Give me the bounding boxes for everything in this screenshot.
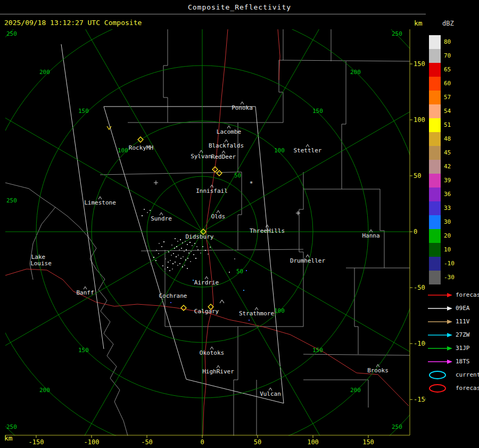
- range-label: 100: [118, 147, 128, 154]
- colorbar-swatch: [429, 271, 441, 284]
- echo-pixel: [210, 247, 211, 248]
- echo-pixel: [178, 255, 179, 256]
- storm-ellipse-icon: [427, 371, 453, 379]
- colorbar-label: 45: [444, 149, 451, 156]
- echo-pixel: [197, 249, 199, 250]
- legend-item: forecast: [426, 383, 479, 395]
- bottom-axis-tick-label: 100: [307, 438, 319, 446]
- track-arrow-icon: [427, 331, 453, 339]
- range-label: 200: [350, 69, 361, 76]
- colorbar-label: -10: [444, 260, 455, 267]
- legend-item: 18TS: [426, 356, 479, 368]
- echo-pixel: [180, 239, 181, 240]
- city-label: Airdrie: [194, 279, 219, 286]
- echo-pixel: [189, 242, 191, 243]
- colorbar-label: 54: [444, 108, 451, 115]
- echo-pixel: [190, 261, 191, 262]
- city-label: Cochrane: [159, 292, 187, 299]
- colorbar-label: 10: [444, 246, 451, 253]
- range-label: 200: [350, 387, 361, 394]
- echo-pixel: [147, 212, 148, 213]
- bottom-axis-tick-label: -50: [141, 438, 153, 446]
- echo-pixel: [234, 258, 235, 259]
- legend-item-label: forecast: [456, 291, 479, 298]
- echo-pixel: [175, 262, 176, 263]
- colorbar-swatch: [429, 91, 441, 104]
- city-label: Louise: [30, 260, 52, 267]
- colorbar-swatch: [429, 118, 441, 132]
- legend-item: 111V: [426, 316, 479, 328]
- echo-pixel: [156, 250, 157, 251]
- legend-item-label: 31JP: [456, 345, 470, 352]
- legend-item-label: 09EA: [456, 305, 470, 312]
- timestamp-label: 2025/09/18 13:12:27 UTC Composite: [4, 19, 142, 27]
- range-label: 150: [312, 108, 323, 115]
- city-label: Calgary: [194, 308, 219, 315]
- title-bar[interactable]: Composite_Reflectivity: [0, 0, 479, 14]
- echo-pixel: [170, 302, 171, 303]
- city-label: Banff: [76, 289, 94, 296]
- city-label: Sundre: [151, 215, 172, 222]
- city-label: Lacombe: [217, 128, 241, 135]
- colorbar-label: 65: [444, 66, 451, 73]
- echo-pixel: [186, 249, 187, 250]
- range-label: 50: [236, 268, 243, 275]
- echo-pixel: [187, 258, 188, 259]
- echo-pixel: [176, 256, 177, 257]
- legend-item: 31JP: [426, 343, 479, 355]
- city-label: RockyMH: [129, 144, 153, 151]
- legend-item: forecast: [426, 290, 479, 302]
- echo-pixel: [185, 259, 186, 260]
- echo-pixel: [208, 254, 209, 255]
- city-label: Vulcan: [260, 390, 281, 397]
- legend-item-label: forecast: [456, 385, 479, 392]
- echo-pixel: [187, 244, 188, 245]
- echo-pixel: [163, 241, 164, 242]
- city-label: Didsbury: [186, 233, 214, 240]
- colorbar-label: 39: [444, 177, 451, 184]
- echo-pixel: [202, 246, 203, 247]
- echo-pixel: [168, 262, 169, 263]
- site-marker-diamond: [217, 170, 222, 176]
- echo-pixel: [158, 253, 159, 254]
- echo-pixel: [182, 242, 183, 243]
- colorbar-swatch: [429, 188, 441, 201]
- right-axis-tick-label: -150: [414, 396, 426, 403]
- echo-pixel: [170, 260, 171, 261]
- city-label: Sylvan: [191, 153, 212, 160]
- range-label: 100: [274, 147, 285, 154]
- radar-coverage-outline: [61, 44, 284, 403]
- colorbar-swatch: [429, 215, 441, 229]
- echo-pixel: [172, 268, 173, 270]
- range-label: 250: [6, 423, 17, 430]
- echo-pixel: [184, 265, 185, 266]
- bottom-axis-tick-label: -150: [29, 438, 44, 446]
- city-label: Strathmore: [239, 310, 274, 317]
- echo-pixel: [179, 249, 180, 250]
- echo-pixel: [192, 245, 193, 246]
- echo-pixel: [229, 272, 230, 273]
- echo-pixel: [150, 210, 151, 211]
- colorbar-label: -30: [444, 274, 455, 281]
- echo-pixel: [181, 248, 182, 249]
- colorbar-label: 30: [444, 218, 451, 225]
- radar-application-window: { "window": { "title": "Composite_Reflec…: [0, 0, 479, 448]
- storm-ellipse-icon: [427, 384, 453, 393]
- city-label: Okotoks: [200, 349, 224, 356]
- track-arrow-icon: [427, 317, 453, 326]
- legend-item: 27ZW: [426, 330, 479, 341]
- legend-item-label: 111V: [456, 318, 470, 325]
- city-label: Olds: [211, 213, 226, 220]
- echo-pixel: [164, 268, 166, 270]
- radar-map-display[interactable]: 2502001501002502001501005050250250200150…: [5, 29, 426, 448]
- legend-item-label: current: [456, 371, 479, 378]
- colorbar-swatch: [429, 104, 441, 118]
- track-arrow-icon: [427, 304, 453, 313]
- colorbar-swatch: [429, 243, 441, 257]
- range-label: 150: [78, 347, 89, 354]
- plus-marker: [154, 181, 158, 185]
- echo-pixel: [195, 258, 196, 259]
- echo-pixel: [194, 243, 195, 244]
- right-axis-tick-label: 100: [414, 116, 425, 124]
- bottom-axis-tick-label: -100: [84, 438, 100, 446]
